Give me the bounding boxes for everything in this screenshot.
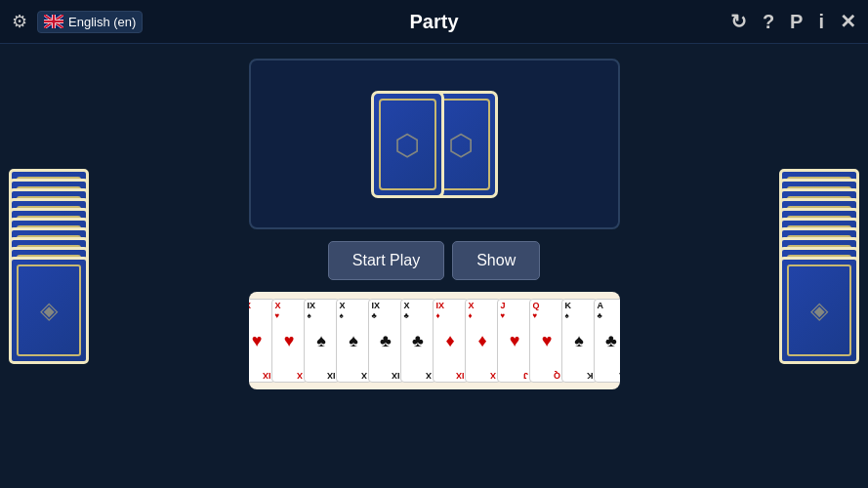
hand-card[interactable]: A♣♣A bbox=[594, 299, 620, 383]
center-area: Start Play Show IX♥♥IXX♥♥XIX♠♠IXX♠♠XIX♣♣… bbox=[98, 44, 770, 488]
hand-card[interactable]: IX♦♦IX bbox=[433, 299, 469, 383]
main-area: Start Play Show IX♥♥IXX♥♥XIX♠♠IXX♠♠XIX♣♣… bbox=[0, 44, 868, 488]
hand-card[interactable]: IX♠♠IX bbox=[304, 299, 340, 383]
hand-card[interactable]: X♣♣X bbox=[400, 299, 436, 383]
info-button[interactable]: i bbox=[818, 11, 824, 33]
start-play-button[interactable]: Start Play bbox=[328, 241, 444, 280]
card-pair bbox=[361, 91, 508, 198]
language-selector[interactable]: English (en) bbox=[37, 11, 143, 33]
card-back-left bbox=[371, 91, 444, 198]
hand-card[interactable]: J♥♥J bbox=[497, 299, 533, 383]
refresh-button[interactable]: ↻ bbox=[730, 10, 747, 33]
flag-icon bbox=[44, 15, 63, 28]
show-button[interactable]: Show bbox=[452, 241, 540, 280]
close-button[interactable]: ✕ bbox=[840, 10, 856, 33]
hand-card[interactable]: X♦♦X bbox=[465, 299, 501, 383]
right-card-column bbox=[770, 44, 868, 488]
hand-card[interactable]: X♥♥X bbox=[271, 299, 308, 383]
language-label: English (en) bbox=[68, 15, 136, 29]
page-title: Party bbox=[409, 11, 458, 33]
hand-area: IX♥♥IXX♥♥XIX♠♠IXX♠♠XIX♣♣IXX♣♣XIX♦♦IXX♦♦X… bbox=[249, 292, 620, 389]
hand-card[interactable]: X♠♠X bbox=[336, 299, 372, 383]
help-button[interactable]: ? bbox=[763, 11, 774, 33]
gear-icon: ⚙ bbox=[12, 12, 27, 31]
card-back bbox=[9, 257, 89, 364]
hand-card[interactable]: IX♣♣IX bbox=[368, 299, 404, 383]
header-left: ⚙ English (en) bbox=[12, 11, 143, 33]
card-back bbox=[779, 257, 859, 364]
play-area bbox=[249, 59, 620, 229]
hand-card[interactable]: K♠♠K bbox=[561, 299, 598, 383]
left-card-column bbox=[0, 44, 98, 488]
action-buttons: Start Play Show bbox=[328, 241, 540, 280]
p-button[interactable]: P bbox=[790, 11, 803, 33]
hand-card[interactable]: Q♥♥Q bbox=[529, 299, 565, 383]
header-right: ↻ ? P i ✕ bbox=[730, 10, 856, 33]
settings-button[interactable]: ⚙ bbox=[12, 11, 27, 32]
header: ⚙ English (en) Party ↻ ? P i ✕ bbox=[0, 0, 868, 44]
